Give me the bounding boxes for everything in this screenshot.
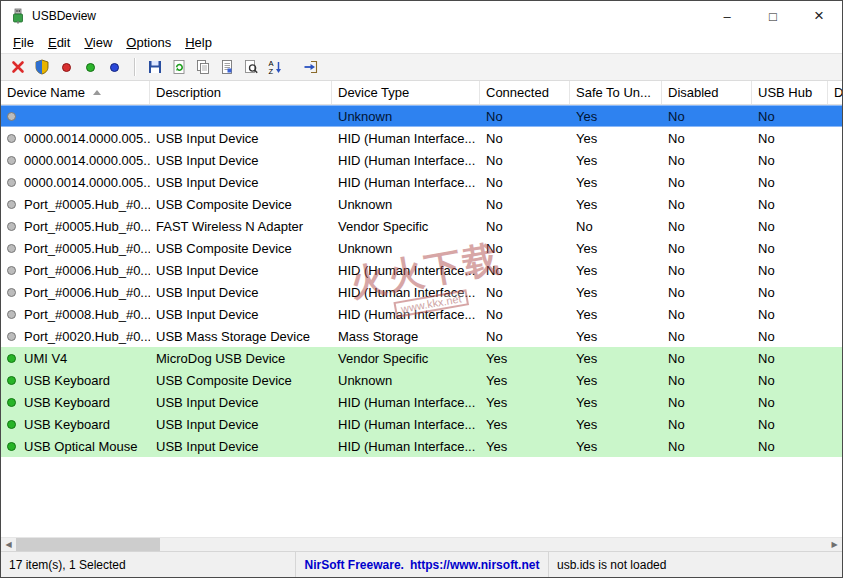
open-in-regedit-icon[interactable] xyxy=(300,56,322,78)
scrollbar-thumb[interactable] xyxy=(16,538,160,551)
cell-name: Port_#0008.Hub_#0... xyxy=(1,303,150,325)
minimize-button[interactable]: – xyxy=(704,1,750,31)
column-drive-letter[interactable]: D xyxy=(828,81,842,104)
device-status-icon xyxy=(7,310,16,319)
table-row[interactable]: Port_#0006.Hub_#0...USB Input DeviceHID … xyxy=(1,259,842,281)
cell-disabled: No xyxy=(662,435,752,457)
cell-disabled: No xyxy=(662,369,752,391)
cell-hub: No xyxy=(752,259,828,281)
cell-description: USB Input Device xyxy=(150,149,332,171)
cell-disabled: No xyxy=(662,347,752,369)
status-items-count: 17 item(s), 1 Selected xyxy=(1,552,296,577)
cell-safe: Yes xyxy=(570,281,662,303)
restart-device-icon[interactable] xyxy=(103,56,125,78)
horizontal-scrollbar[interactable]: ◀ ▶ xyxy=(1,537,842,551)
scroll-left-arrow-icon[interactable]: ◀ xyxy=(1,538,16,551)
cell-description: USB Input Device xyxy=(150,127,332,149)
table-row[interactable]: 0000.0014.0000.005...USB Input DeviceHID… xyxy=(1,171,842,193)
uninstall-device-icon[interactable] xyxy=(7,56,29,78)
close-button[interactable]: × xyxy=(796,1,842,31)
table-row[interactable]: 0000.0014.0000.005...USB Input DeviceHID… xyxy=(1,127,842,149)
cell-hub: No xyxy=(752,303,828,325)
save-icon[interactable] xyxy=(144,56,166,78)
cell-connected: Yes xyxy=(480,413,570,435)
copy-icon[interactable] xyxy=(192,56,214,78)
cell-connected: No xyxy=(480,193,570,215)
cell-disabled: No xyxy=(662,106,752,126)
table-row[interactable]: USB KeyboardUSB Input DeviceHID (Human I… xyxy=(1,413,842,435)
maximize-button[interactable]: □ xyxy=(750,1,796,31)
cell-disabled: No xyxy=(662,127,752,149)
menu-view[interactable]: View xyxy=(77,33,119,52)
cell-safe: Yes xyxy=(570,413,662,435)
table-row[interactable]: USB Optical MouseUSB Input DeviceHID (Hu… xyxy=(1,435,842,457)
table-row[interactable]: Port_#0008.Hub_#0...USB Input DeviceHID … xyxy=(1,303,842,325)
column-disabled[interactable]: Disabled xyxy=(662,81,752,104)
cell-type: Unknown xyxy=(332,106,480,126)
cell-name: Port_#0020.Hub_#0... xyxy=(1,325,150,347)
menu-options[interactable]: Options xyxy=(119,33,178,52)
column-device-type[interactable]: Device Type xyxy=(332,81,480,104)
scroll-right-arrow-icon[interactable]: ▶ xyxy=(827,538,842,551)
status-nirsoft-pane: NirSoft Freeware. https://www.nirsoft.ne… xyxy=(296,552,549,577)
column-safe-to-unplug[interactable]: Safe To Un... xyxy=(570,81,662,104)
column-device-name[interactable]: Device Name xyxy=(1,81,150,104)
column-connected[interactable]: Connected xyxy=(480,81,570,104)
table-row[interactable]: Port_#0005.Hub_#0...FAST Wireless N Adap… xyxy=(1,215,842,237)
cell-name: 0000.0014.0000.005... xyxy=(1,149,150,171)
cell-disabled: No xyxy=(662,149,752,171)
table-row[interactable]: UnknownNoYesNoNo xyxy=(1,105,842,127)
cell-type: HID (Human Interface... xyxy=(332,149,480,171)
cell-type: HID (Human Interface... xyxy=(332,303,480,325)
properties-icon[interactable] xyxy=(216,56,238,78)
cell-type: HID (Human Interface... xyxy=(332,259,480,281)
cell-type: HID (Human Interface... xyxy=(332,391,480,413)
cell-connected: No xyxy=(480,303,570,325)
cell-hub: No xyxy=(752,193,828,215)
run-as-admin-shield-icon[interactable] xyxy=(31,56,53,78)
toolbar-separator xyxy=(134,58,135,76)
status-usbids: usb.ids is not loaded xyxy=(549,552,842,577)
table-row[interactable]: Port_#0006.Hub_#0...USB Input DeviceHID … xyxy=(1,281,842,303)
sort-az-icon[interactable]: A Z xyxy=(264,56,286,78)
cell-hub: No xyxy=(752,325,828,347)
device-name-text: Port_#0005.Hub_#0... xyxy=(24,197,150,212)
device-status-icon xyxy=(7,288,16,297)
scrollbar-track[interactable] xyxy=(16,538,827,551)
cell-hub: No xyxy=(752,127,828,149)
menu-edit[interactable]: Edit xyxy=(41,33,77,52)
table-row[interactable]: Port_#0020.Hub_#0...USB Mass Storage Dev… xyxy=(1,325,842,347)
cell-type: HID (Human Interface... xyxy=(332,435,480,457)
cell-name xyxy=(1,106,150,126)
disable-device-icon[interactable] xyxy=(55,56,77,78)
cell-name: Port_#0006.Hub_#0... xyxy=(1,281,150,303)
title-bar[interactable]: USBDeview – □ × xyxy=(1,1,842,31)
table-row[interactable]: USB KeyboardUSB Composite DeviceUnknownY… xyxy=(1,369,842,391)
cell-connected: Yes xyxy=(480,391,570,413)
device-status-icon xyxy=(7,112,16,121)
enable-device-icon[interactable] xyxy=(79,56,101,78)
column-usb-hub[interactable]: USB Hub xyxy=(752,81,828,104)
table-row[interactable]: Port_#0005.Hub_#0...USB Composite Device… xyxy=(1,237,842,259)
table-row[interactable]: UMI V4MicroDog USB DeviceVendor Specific… xyxy=(1,347,842,369)
column-description[interactable]: Description xyxy=(150,81,332,104)
cell-hub: No xyxy=(752,413,828,435)
device-status-icon xyxy=(7,134,16,143)
menu-bar: File Edit View Options Help xyxy=(1,31,842,53)
device-list: UnknownNoYesNoNo0000.0014.0000.005...USB… xyxy=(1,105,842,537)
menu-file[interactable]: File xyxy=(6,33,41,52)
table-row[interactable]: 0000.0014.0000.005...USB Input DeviceHID… xyxy=(1,149,842,171)
cell-safe: Yes xyxy=(570,325,662,347)
table-row[interactable]: USB KeyboardUSB Input DeviceHID (Human I… xyxy=(1,391,842,413)
refresh-icon[interactable] xyxy=(168,56,190,78)
device-name-text: USB Optical Mouse xyxy=(24,439,137,454)
menu-help[interactable]: Help xyxy=(178,33,219,52)
find-icon[interactable] xyxy=(240,56,262,78)
table-row[interactable]: Port_#0005.Hub_#0...USB Composite Device… xyxy=(1,193,842,215)
device-name-text: UMI V4 xyxy=(24,351,67,366)
device-name-text: Port_#0006.Hub_#0... xyxy=(24,285,150,300)
window-title: USBDeview xyxy=(32,9,96,23)
cell-description: USB Composite Device xyxy=(150,369,332,391)
nirsoft-url-link[interactable]: https://www.nirsoft.net xyxy=(410,558,540,572)
device-name-text: USB Keyboard xyxy=(24,417,110,432)
